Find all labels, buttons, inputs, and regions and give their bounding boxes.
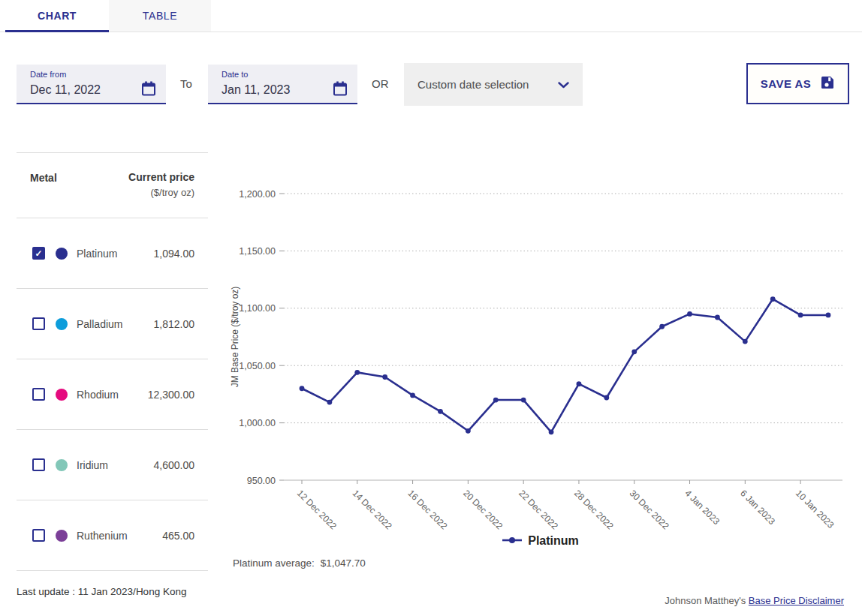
metal-row-platinum: ✓ Platinum 1,094.00 bbox=[17, 218, 208, 289]
metal-color-dot bbox=[56, 248, 68, 260]
chart-legend[interactable]: Platinum bbox=[233, 534, 848, 548]
metal-color-dot bbox=[56, 459, 68, 471]
svg-text:28 Dec 2022: 28 Dec 2022 bbox=[572, 488, 616, 531]
metal-row-ruthenium: ✓ Ruthenium 465.00 bbox=[17, 500, 208, 571]
disclaimer: Johnson Matthey's Base Price Disclaimer bbox=[665, 595, 844, 606]
metal-color-dot bbox=[56, 389, 68, 401]
metal-name: Rhodium bbox=[77, 389, 119, 401]
metal-row-iridium: ✓ Iridium 4,600.00 bbox=[17, 430, 208, 500]
or-label: OR bbox=[372, 77, 389, 90]
save-as-label: SAVE AS bbox=[761, 77, 812, 90]
price-chart-svg: 950.001,000.001,050.001,100.001,150.001,… bbox=[225, 182, 856, 535]
svg-text:14 Dec 2022: 14 Dec 2022 bbox=[351, 488, 394, 531]
metal-row-rhodium: ✓ Rhodium 12,300.00 bbox=[17, 359, 208, 430]
metal-column-header: Metal bbox=[30, 172, 57, 184]
svg-text:1,100.00: 1,100.00 bbox=[239, 303, 276, 314]
tab-table[interactable]: TABLE bbox=[109, 0, 211, 32]
svg-text:1,050.00: 1,050.00 bbox=[239, 361, 276, 371]
svg-text:16 Dec 2022: 16 Dec 2022 bbox=[405, 488, 449, 531]
metals-panel: Metal Current price ($/troy oz) ✓ Platin… bbox=[17, 152, 208, 571]
date-to-field[interactable]: Date to Jan 11, 2023 bbox=[208, 65, 357, 104]
metal-price: 1,812.00 bbox=[154, 318, 195, 330]
average-value: $1,047.70 bbox=[321, 557, 366, 569]
calendar-icon[interactable] bbox=[140, 80, 157, 100]
last-update-text: Last update : 11 Jan 2023/Hong Kong bbox=[17, 586, 186, 597]
rhodium-checkbox[interactable]: ✓ bbox=[32, 388, 45, 401]
svg-text:6 Jan 2023: 6 Jan 2023 bbox=[738, 488, 777, 527]
legend-marker-platinum bbox=[502, 534, 522, 548]
date-from-label: Date from bbox=[30, 70, 157, 79]
ruthenium-checkbox[interactable]: ✓ bbox=[32, 529, 45, 542]
date-preset-dropdown[interactable]: Custom date selection bbox=[404, 63, 583, 106]
price-column-unit: ($/troy oz) bbox=[128, 187, 194, 198]
date-to-value[interactable]: Jan 11, 2023 bbox=[222, 83, 290, 97]
to-label: To bbox=[180, 77, 192, 90]
date-preset-value: Custom date selection bbox=[417, 78, 529, 91]
chevron-down-icon bbox=[558, 78, 569, 92]
iridium-checkbox[interactable]: ✓ bbox=[32, 458, 45, 471]
date-to-label: Date to bbox=[222, 70, 348, 79]
date-from-value[interactable]: Dec 11, 2022 bbox=[30, 83, 101, 97]
svg-text:JM Base Price ($/troy oz): JM Base Price ($/troy oz) bbox=[230, 287, 240, 388]
legend-label-platinum: Platinum bbox=[528, 534, 579, 548]
save-as-button[interactable]: SAVE AS bbox=[746, 63, 849, 104]
platinum-average: Platinum average:$1,047.70 bbox=[233, 557, 366, 569]
svg-text:950.00: 950.00 bbox=[247, 476, 276, 486]
calendar-icon[interactable] bbox=[332, 80, 348, 100]
svg-text:1,000.00: 1,000.00 bbox=[239, 418, 276, 428]
active-tab-indicator bbox=[5, 30, 109, 32]
metals-table-header: Metal Current price ($/troy oz) bbox=[17, 153, 208, 218]
metal-name: Palladium bbox=[77, 318, 122, 330]
svg-text:10 Jan 2023: 10 Jan 2023 bbox=[794, 488, 836, 530]
svg-text:1,150.00: 1,150.00 bbox=[239, 246, 276, 257]
price-chart: 950.001,000.001,050.001,100.001,150.001,… bbox=[225, 182, 856, 535]
svg-text:20 Dec 2022: 20 Dec 2022 bbox=[461, 488, 505, 531]
metal-price: 12,300.00 bbox=[148, 389, 194, 401]
metal-name: Platinum bbox=[77, 248, 117, 260]
svg-text:4 Jan 2023: 4 Jan 2023 bbox=[683, 488, 722, 527]
metal-price: 4,600.00 bbox=[154, 459, 195, 471]
metal-price: 465.00 bbox=[162, 530, 194, 542]
metal-name: Ruthenium bbox=[77, 530, 128, 542]
tab-bar: CHART TABLE bbox=[0, 0, 862, 32]
save-icon bbox=[820, 75, 835, 92]
svg-text:1,200.00: 1,200.00 bbox=[239, 189, 276, 200]
metal-color-dot bbox=[56, 318, 68, 330]
platinum-checkbox[interactable]: ✓ bbox=[32, 247, 45, 260]
tabbar-divider bbox=[0, 32, 862, 32]
metal-price: 1,094.00 bbox=[154, 248, 195, 260]
price-column-header: Current price bbox=[128, 171, 194, 183]
metal-row-palladium: ✓ Palladium 1,812.00 bbox=[17, 289, 208, 359]
tab-chart[interactable]: CHART bbox=[5, 0, 109, 32]
metal-name: Iridium bbox=[77, 459, 108, 471]
svg-text:22 Dec 2022: 22 Dec 2022 bbox=[517, 488, 560, 531]
svg-text:12 Dec 2022: 12 Dec 2022 bbox=[295, 488, 339, 531]
date-from-field[interactable]: Date from Dec 11, 2022 bbox=[17, 65, 166, 104]
palladium-checkbox[interactable]: ✓ bbox=[32, 317, 45, 330]
svg-text:30 Dec 2022: 30 Dec 2022 bbox=[628, 488, 671, 531]
average-label: Platinum average: bbox=[233, 557, 315, 569]
metal-color-dot bbox=[56, 530, 68, 542]
base-price-disclaimer-link[interactable]: Base Price Disclaimer bbox=[749, 595, 844, 606]
disclaimer-prefix: Johnson Matthey's bbox=[665, 595, 749, 606]
